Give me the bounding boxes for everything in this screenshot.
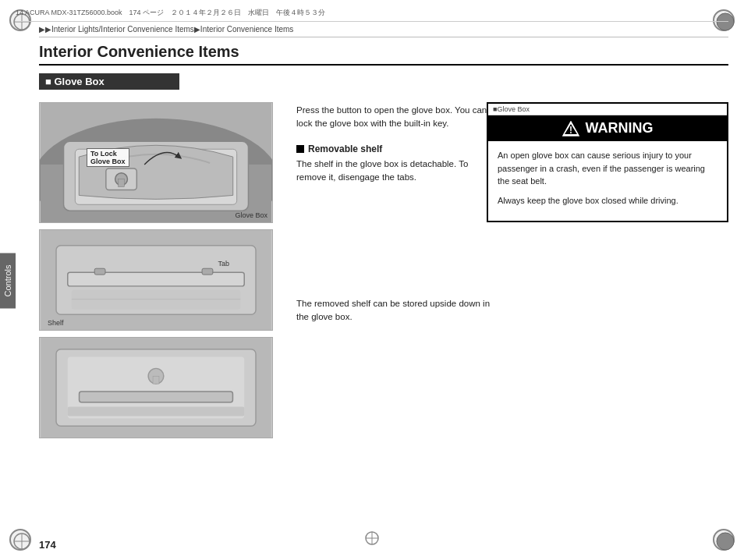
page-title: Interior Convenience Items: [39, 43, 728, 66]
caption-glove-box: Glove Box: [235, 211, 267, 219]
corner-decoration-bl: [9, 529, 31, 551]
caption-shelf: Shelf: [48, 319, 64, 327]
glove-box-main-text: Press the button to open the glove box. …: [296, 104, 499, 131]
section-header-glove-box: ■ Glove Box: [39, 73, 179, 90]
glove-box-image-3: [39, 337, 273, 438]
svg-rect-21: [68, 272, 244, 286]
main-content: Interior Convenience Items ■ Glove Box: [39, 43, 728, 537]
warning-body: An open glove box can cause serious inju…: [488, 141, 727, 221]
svg-text:!: !: [569, 125, 572, 136]
svg-rect-31: [153, 376, 159, 384]
top-metadata-bar: 14 ACURA MDX-31TZ56000.book 174 ページ ２０１４…: [16, 8, 728, 22]
breadcrumb: ▶▶Interior Lights/Interior Convenience I…: [39, 25, 728, 37]
warning-header: ! WARNING: [488, 115, 727, 141]
warning-triangle-icon: !: [562, 121, 579, 136]
glove-box-image-2: Tab Shelf: [39, 229, 273, 331]
side-tab-controls: Controls: [0, 253, 16, 309]
svg-rect-23: [202, 268, 213, 275]
glove-box-image-1: To LockGlove Box Glove Box: [39, 102, 273, 223]
two-column-layout: To LockGlove Box Glove Box: [39, 102, 728, 445]
right-column: Press the button to open the glove box. …: [296, 102, 728, 445]
svg-rect-32: [68, 407, 244, 416]
page-number: 174: [39, 539, 56, 551]
callout-tab: Tab: [218, 260, 229, 268]
left-column: To LockGlove Box Glove Box: [39, 102, 281, 445]
shelf-stored-text: The removed shelf can be stored upside d…: [296, 297, 499, 324]
warning-box: ■Glove Box ! WARNING An open glove box c…: [487, 102, 728, 222]
svg-rect-18: [119, 179, 125, 187]
svg-rect-29: [80, 392, 233, 402]
removable-shelf-text: The shelf in the glove box is detachable…: [296, 158, 499, 185]
file-info: 14 ACURA MDX-31TZ56000.book 174 ページ ２０１４…: [16, 8, 325, 18]
warning-text-2: Always keep the glove box closed while d…: [498, 194, 717, 207]
warning-text-1: An open glove box can cause serious inju…: [498, 149, 717, 188]
warning-section-label: ■Glove Box: [488, 104, 727, 115]
svg-rect-22: [94, 268, 105, 275]
bullet-square: [296, 145, 304, 153]
callout-to-lock: To LockGlove Box: [87, 148, 129, 167]
